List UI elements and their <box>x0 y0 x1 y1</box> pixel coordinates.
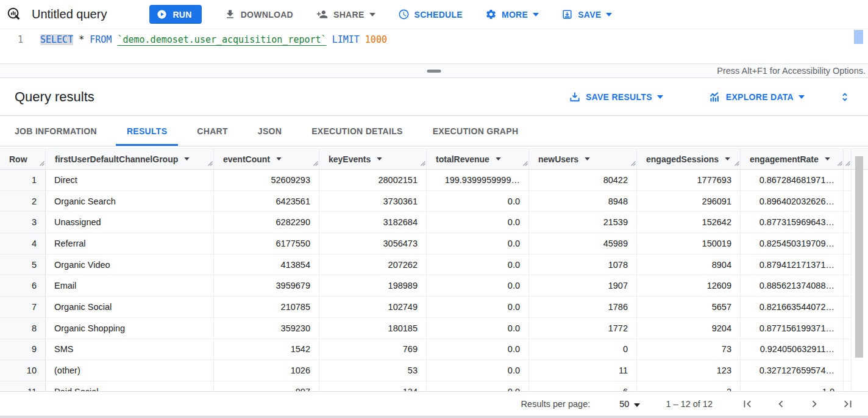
more-button[interactable]: MORE <box>485 9 539 20</box>
column-caret-icon[interactable] <box>184 157 190 160</box>
results-footer: Results per page: 50 1 – 12 of 12 <box>0 391 868 416</box>
cell-engagementrate: 1.0 <box>741 381 844 391</box>
column-header-totalrevenue[interactable]: totalRevenue <box>427 149 529 169</box>
tab-json[interactable]: JSON <box>247 116 293 146</box>
cell-engagedsessions: 8904 <box>637 254 741 276</box>
save-button[interactable]: SAVE <box>561 9 612 20</box>
cell-engagedsessions: 1777693 <box>637 170 741 191</box>
column-label: engagedSessions <box>646 154 719 164</box>
cell-eventcount: 210785 <box>214 297 319 318</box>
caret-down-icon <box>606 13 612 16</box>
splitter-drag-handle[interactable] <box>427 70 441 73</box>
save-button-label: SAVE <box>578 10 601 20</box>
tab-chart[interactable]: CHART <box>186 116 239 146</box>
first-page-button[interactable] <box>741 397 754 411</box>
download-button[interactable]: DOWNLOAD <box>224 9 293 20</box>
cell-newusers: 11 <box>529 360 637 381</box>
column-resize-handle[interactable] <box>39 158 44 168</box>
share-button[interactable]: SHARE <box>316 9 375 20</box>
column-header-keyevents[interactable]: keyEvents <box>319 149 427 169</box>
run-button[interactable]: RUN <box>149 5 201 24</box>
save-results-icon <box>569 91 581 103</box>
column-caret-icon[interactable] <box>585 157 590 160</box>
cell-firstuserdefaultchannelgroup: Direct <box>46 170 214 191</box>
cell-eventcount: 907 <box>214 381 319 391</box>
cell-keyevents: 180185 <box>319 318 427 339</box>
cell-eventcount: 3959679 <box>214 275 319 297</box>
cell-filler <box>844 381 852 391</box>
column-label: firstUserDefaultChannelGroup <box>55 154 178 164</box>
cell-totalrevenue: 199.9399959999… <box>427 170 529 191</box>
column-resize-handle[interactable] <box>845 158 850 168</box>
column-header-eventcount[interactable]: eventCount <box>214 149 319 169</box>
table-row: 2Organic Search642356137303610.089482960… <box>0 191 868 212</box>
cell-filler <box>844 339 852 361</box>
cell-filler <box>844 360 852 381</box>
column-resize-handle[interactable] <box>522 158 528 168</box>
sql-token: * <box>73 34 90 45</box>
editor-scrollbar-thumb[interactable] <box>854 30 863 44</box>
column-header-newusers[interactable]: newUsers <box>529 149 637 169</box>
column-header-engagementrate[interactable]: engagementRate <box>741 149 844 169</box>
column-resize-handle[interactable] <box>837 158 842 168</box>
save-icon <box>561 9 573 20</box>
expand-results-button[interactable] <box>839 90 851 104</box>
column-label: keyEvents <box>329 154 371 164</box>
cell-eventcount: 1026 <box>214 360 319 381</box>
table-scrollbar-thumb[interactable] <box>855 156 863 358</box>
cell-firstuserdefaultchannelgroup: Organic Shopping <box>46 318 214 339</box>
cell-engagedsessions: 9204 <box>637 318 741 339</box>
column-resize-handle[interactable] <box>313 158 318 168</box>
cell-eventcount: 6423561 <box>214 191 319 212</box>
horizontal-scrollbar-track[interactable] <box>0 416 868 418</box>
save-results-button[interactable]: SAVE RESULTS <box>569 91 663 103</box>
column-resize-handle[interactable] <box>420 158 425 168</box>
row-number: 3 <box>0 212 46 233</box>
cell-eventcount: 6177550 <box>214 233 319 254</box>
column-header-firstuserdefaultchannelgroup[interactable]: firstUserDefaultChannelGroup <box>46 149 214 169</box>
column-resize-handle[interactable] <box>630 158 636 168</box>
sql-token: SELECT <box>40 34 73 45</box>
column-resize-handle[interactable] <box>734 158 739 168</box>
tab-job-information[interactable]: JOB INFORMATION <box>4 116 108 146</box>
explore-data-button[interactable]: EXPLORE DATA <box>708 91 805 103</box>
column-caret-icon[interactable] <box>825 157 830 160</box>
table-row: 8Organic Shopping3592301801850.017729204… <box>0 318 868 339</box>
column-caret-icon[interactable] <box>377 157 382 160</box>
table-row: 6Email39596791989890.01907126090.8856213… <box>0 275 868 297</box>
column-caret-icon[interactable] <box>496 157 501 160</box>
chevron-left-button[interactable] <box>774 397 788 411</box>
sql-editor[interactable]: 1 SELECT * FROM `demo.demoset.user_acqui… <box>0 29 868 64</box>
column-header-row: Row <box>0 149 46 169</box>
run-button-label: RUN <box>173 10 191 20</box>
column-label: eventCount <box>223 154 270 164</box>
column-caret-icon[interactable] <box>276 157 282 160</box>
sql-code-line[interactable]: SELECT * FROM `demo.demoset.user_acquisi… <box>29 29 387 63</box>
tab-execution-graph[interactable]: EXECUTION GRAPH <box>422 116 530 146</box>
column-caret-icon[interactable] <box>725 157 730 160</box>
row-number: 6 <box>0 275 46 297</box>
column-resize-handle[interactable] <box>207 158 213 168</box>
query-results-header: Query results SAVE RESULTSEXPLORE DATA <box>0 78 868 116</box>
table-reference-link[interactable]: `demo.demoset.user_acquisition_report` <box>117 34 326 45</box>
cell-engagementrate: 0.885621374088… <box>741 275 844 297</box>
cell-totalrevenue: 0.0 <box>427 297 529 318</box>
chevron-right-icon <box>808 397 821 411</box>
caret-down-icon <box>634 399 640 409</box>
cell-totalrevenue: 0.0 <box>427 254 529 276</box>
cell-engagedsessions: 150019 <box>637 233 741 254</box>
tab-execution-details[interactable]: EXECUTION DETAILS <box>301 116 414 146</box>
cell-engagementrate: 0.877315969643… <box>741 212 844 233</box>
results-tab-bar: JOB INFORMATIONRESULTSCHARTJSONEXECUTION… <box>0 116 868 146</box>
table-row: 10(other)1026530.0111230.327127659574… <box>0 360 868 381</box>
explore-data-icon <box>708 91 721 103</box>
cell-filler <box>844 233 852 254</box>
chevron-right-button[interactable] <box>808 397 821 411</box>
schedule-button[interactable]: SCHEDULE <box>398 9 463 20</box>
tab-results[interactable]: RESULTS <box>116 116 178 146</box>
last-page-button[interactable] <box>841 397 855 411</box>
cell-totalrevenue: 0.0 <box>427 339 529 361</box>
column-header-engagedsessions[interactable]: engagedSessions <box>637 149 741 169</box>
download-button-label: DOWNLOAD <box>241 10 293 20</box>
page-size-select[interactable]: 50 <box>619 399 640 409</box>
